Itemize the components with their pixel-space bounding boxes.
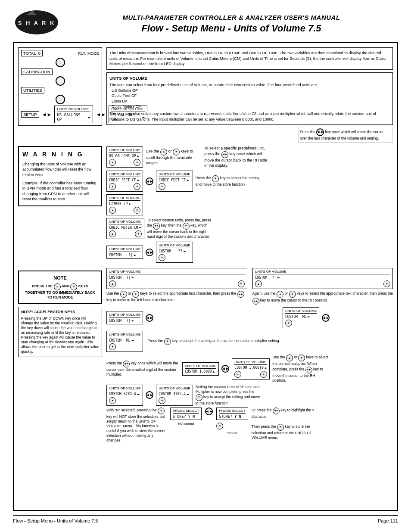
- right-icon-mult[interactable]: ◄►: [123, 361, 130, 367]
- warning-col: W A R N I N G Changing the units of Volu…: [18, 146, 102, 264]
- middle-section: W A R N I N G Changing the units of Volu…: [18, 146, 393, 264]
- desc-press-right-y: Or press the ◄► key to highlight the Y c…: [252, 408, 316, 440]
- note-title: NOTE: [22, 275, 98, 281]
- up-btn-3[interactable]: ▲: [109, 207, 116, 214]
- note-text: PRESS THE ▲ AND ▼ KEYS TOGETHER TO GO IM…: [22, 283, 98, 300]
- lcd-cf-2: UNITS OF VOLUME CUBIC FEET CF► ▼: [156, 171, 193, 192]
- down-btn-1000[interactable]: ▼: [260, 371, 267, 378]
- down-icon-r[interactable]: ▼: [289, 291, 296, 298]
- down-icon-37854[interactable]: ▼: [196, 394, 202, 401]
- up-btn-1[interactable]: ▲: [109, 159, 116, 166]
- down-btn-3[interactable]: ▼: [134, 207, 140, 214]
- main-content: TOTAL 0 RUN MODE ↓ CALIBRATION ↓ UTILI: [13, 42, 398, 511]
- probe-store-section: With "N" selected, pressing the ▼ key wi…: [106, 408, 393, 443]
- lcd-custom-up2: UNITS OF VOLUME CUSTOM ?|► ▲ ▼: [252, 268, 393, 289]
- down-icon-store[interactable]: ▼: [277, 424, 284, 431]
- up-btn-2[interactable]: ▲: [109, 183, 116, 190]
- lcd-custom-up1: UNITS OF VOLUME CUSTOM ?|► ▲ ▼: [106, 268, 247, 289]
- down-btn-37854[interactable]: ▼: [109, 397, 116, 404]
- lower-flow: UNITS OF VOLUME CUSTOM ?|► ▲ ▼ Use the ▲…: [106, 268, 393, 445]
- intro-para2: The user can select from four predefined…: [109, 82, 390, 109]
- intro-para3: The user can also select any custom two …: [109, 111, 390, 122]
- down-btn-1[interactable]: ▼: [134, 159, 140, 166]
- up-icon[interactable]: ▲: [160, 149, 167, 156]
- up-btn-c2[interactable]: ▲: [255, 280, 262, 287]
- logo-area: S H A R K: [13, 9, 65, 39]
- right-icon-y[interactable]: ◄►: [273, 408, 280, 414]
- up-icon-c[interactable]: ▲: [120, 291, 127, 298]
- right-icon-r[interactable]: ◄►: [252, 298, 259, 305]
- not-stored-label: Not stored: [170, 422, 202, 426]
- lcd-custom-q2: UNITS OF VOLUME CUSTOM ??► ▼: [156, 242, 193, 263]
- up-icon-r[interactable]: ▲: [277, 291, 283, 298]
- down-key-3[interactable]: ↓: [56, 95, 65, 104]
- custom-left-group: UNITS OF VOLUME CUSTOM ?|► ▲ ▼ Use the ▲…: [106, 268, 247, 302]
- down-btn-probe[interactable]: ▼: [216, 423, 223, 429]
- row-litres: UNITS OF VOLUME LITRES LP► ▲ ▼: [106, 194, 393, 215]
- down-icon-2[interactable]: ▼: [212, 175, 219, 182]
- right-key-probe[interactable]: ◄►: [205, 408, 213, 415]
- custom-1000-section: Press the ◄► key once which will move th…: [106, 355, 393, 383]
- up-btn-1000[interactable]: ▲: [234, 371, 241, 378]
- lcd-cf-1: UNITS OF VOLUME CUBIC FEET CF► ▲ ▼: [106, 171, 143, 192]
- down-key-1[interactable]: ↓: [56, 58, 65, 67]
- right-key-37854[interactable]: ◄►: [146, 391, 153, 399]
- right-key-5[interactable]: ◄►: [146, 249, 153, 256]
- right-key-icon1[interactable]: ◄►: [316, 128, 324, 136]
- up-btn-4[interactable]: ▲: [109, 230, 116, 237]
- desc-select-pred: To select a specific predefined unit, pr…: [204, 146, 269, 168]
- warning-box: W A R N I N G Changing the units of Volu…: [18, 146, 102, 206]
- left-nav-col: TOTAL 0 RUN MODE ↓ CALIBRATION ↓ UTILI: [18, 47, 102, 143]
- up-icon-mult[interactable]: ▲: [286, 355, 293, 361]
- down-btn-2[interactable]: ▼: [134, 183, 140, 190]
- warning-text1: Changing the units of Volume with an acc…: [22, 162, 98, 178]
- lcd-custom-q1: UNITS OF VOLUME CUSTOM ?|►: [106, 246, 143, 259]
- sub-title: Flow - Setup Menu - Units of Volume 7.5: [65, 23, 398, 34]
- desc-select-custom: To select custom units, press the, press…: [147, 218, 212, 239]
- accel-text: Pressing the UP or DOWN key once will ch…: [21, 316, 99, 354]
- intro-box: The Units of Measurement is broken into …: [106, 47, 393, 70]
- down-icon-n[interactable]: ▼: [158, 408, 165, 414]
- down-key-2[interactable]: ↓: [56, 76, 65, 86]
- probe-col-2: PROBE SELECT STORE? Y N ▼ Stored: [216, 408, 248, 435]
- down-btn-5[interactable]: ▼: [159, 254, 165, 261]
- desc-again-updown: Again, use the ▲ or ▼ keys to select the…: [252, 291, 393, 305]
- right-key-ml2[interactable]: ◄►: [322, 314, 330, 322]
- down-btn-c1[interactable]: ▼: [238, 280, 245, 287]
- down-btn-2b[interactable]: ▼: [159, 183, 165, 190]
- right-icon-mult2[interactable]: ◄►: [305, 367, 312, 373]
- custom-ml-section: UNITS OF VOLUME CUSTOM ?|► ◄► UNITS OF V…: [106, 307, 393, 352]
- desc-with-n: With "N" selected, pressing the ▼ key wi…: [106, 408, 167, 443]
- desc-use-updown-accel: Use the ▲ or ▼ keys to select the approp…: [106, 291, 247, 302]
- down-icon-3[interactable]: ▼: [183, 223, 190, 230]
- units-vol-box: UNITS OF VOLUME The user can select from…: [106, 72, 393, 125]
- stored-label: Stored: [216, 431, 248, 435]
- down-btn-ml2[interactable]: ▼: [109, 343, 116, 350]
- down-icon-c[interactable]: ▼: [132, 291, 139, 298]
- right-icon-c[interactable]: ◄►: [237, 291, 244, 298]
- row-custom-q: UNITS OF VOLUME CUSTOM ?|► ◄► UNITS OF V…: [106, 242, 393, 263]
- right-key-1000[interactable]: ◄►: [221, 365, 229, 373]
- down-icon[interactable]: ▼: [173, 149, 180, 156]
- right-icon-3[interactable]: ◄►: [153, 223, 160, 230]
- nav-setup-row: SETUP ◄► UNITS OF VOLUME US GALLONS GP ►…: [21, 105, 99, 124]
- down-icon-note[interactable]: ▼: [70, 283, 77, 290]
- shark-logo: S H A R K: [13, 9, 60, 37]
- right-key-2[interactable]: ◄►: [146, 177, 153, 185]
- down-btn-ml[interactable]: ▼: [285, 320, 292, 327]
- run-mode-label: RUN MODE: [78, 51, 99, 56]
- down-btn-4[interactable]: ▼: [135, 230, 142, 237]
- svg-text:S H A R K: S H A R K: [18, 20, 56, 26]
- lcd-custom-q-ml1: UNITS OF VOLUME CUSTOM ?|►: [106, 311, 143, 324]
- custom-updown-section: UNITS OF VOLUME CUSTOM ?|► ▲ ▼ Use the ▲…: [106, 268, 393, 305]
- down-icon-ml[interactable]: ▼: [164, 338, 171, 345]
- right-icon-2[interactable]: ◄►: [221, 151, 228, 158]
- up-icon-note[interactable]: ▲: [54, 283, 61, 290]
- down-btn-c2[interactable]: ▼: [383, 280, 390, 287]
- down-icon-mult[interactable]: ▼: [298, 355, 305, 361]
- nav-menu: TOTAL 0 RUN MODE ↓ CALIBRATION ↓ UTILI: [18, 47, 102, 126]
- up-btn-c1[interactable]: ▲: [109, 280, 116, 287]
- down-btn-37854b[interactable]: ▼: [159, 397, 165, 404]
- page: S H A R K MULTI-PARAMETER CONTROLLER & A…: [0, 0, 411, 532]
- right-key-ml[interactable]: ◄►: [146, 314, 153, 322]
